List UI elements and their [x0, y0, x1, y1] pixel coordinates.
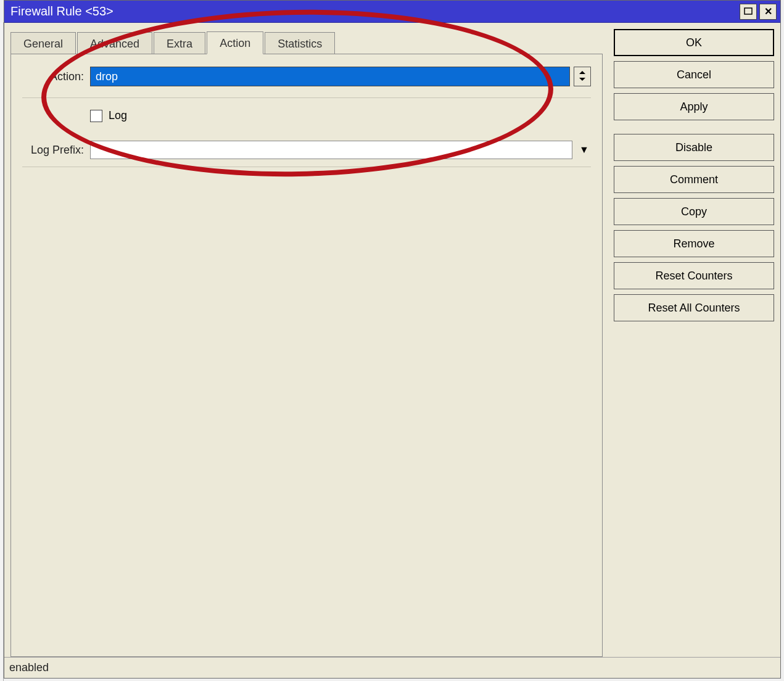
disable-button-label: Disable: [675, 141, 712, 154]
action-select[interactable]: drop: [90, 67, 570, 86]
svg-marker-2: [579, 78, 585, 81]
log-prefix-label: Log Prefix:: [22, 144, 90, 157]
apply-button[interactable]: Apply: [614, 93, 774, 120]
status-bar: enabled: [4, 657, 780, 678]
tab-general[interactable]: General: [10, 32, 76, 54]
body-top: General Advanced Extra Action Statistics…: [4, 23, 780, 657]
tab-action-label: Action: [220, 37, 250, 49]
tab-advanced-label: Advanced: [90, 38, 139, 50]
ok-button-label: OK: [686, 36, 702, 49]
action-select-value: drop: [96, 70, 118, 83]
action-select-button-group: [574, 67, 591, 86]
window-title: Firewall Rule <53>: [10, 4, 737, 19]
comment-button[interactable]: Comment: [614, 166, 774, 193]
remove-button-label: Remove: [673, 237, 714, 250]
cancel-button[interactable]: Cancel: [614, 61, 774, 88]
window-body: General Advanced Extra Action Statistics…: [4, 23, 780, 678]
side-button-column: OK Cancel Apply Disable Comment Copy Rem…: [614, 29, 774, 657]
action-label: Action:: [22, 70, 90, 83]
button-spacer: [614, 125, 774, 129]
titlebar: Firewall Rule <53> ✕: [4, 1, 780, 23]
log-prefix-expand[interactable]: ▼: [577, 144, 591, 155]
reset-counters-button[interactable]: Reset Counters: [614, 262, 774, 289]
cancel-button-label: Cancel: [677, 68, 711, 81]
reset-all-counters-button[interactable]: Reset All Counters: [614, 294, 774, 321]
copy-button[interactable]: Copy: [614, 198, 774, 225]
svg-marker-1: [579, 71, 585, 74]
tab-action[interactable]: Action: [207, 31, 263, 54]
window-close-button[interactable]: ✕: [759, 4, 777, 20]
chevron-down-icon: ▼: [579, 144, 589, 155]
tab-statistics[interactable]: Statistics: [265, 32, 335, 54]
main-panel: General Advanced Extra Action Statistics…: [10, 29, 603, 657]
apply-button-label: Apply: [680, 101, 708, 114]
close-icon: ✕: [764, 6, 772, 17]
tab-statistics-label: Statistics: [278, 38, 322, 50]
ok-button[interactable]: OK: [614, 29, 774, 56]
log-checkbox[interactable]: [90, 110, 102, 122]
log-prefix-input[interactable]: [90, 141, 572, 159]
copy-button-label: Copy: [681, 205, 707, 218]
remove-button[interactable]: Remove: [614, 230, 774, 257]
log-checkbox-row: Log: [90, 109, 591, 122]
window-restore-button[interactable]: [740, 4, 757, 20]
disable-button[interactable]: Disable: [614, 134, 774, 161]
tab-advanced[interactable]: Advanced: [77, 32, 152, 54]
action-row: Action: drop: [22, 67, 591, 98]
comment-button-label: Comment: [670, 173, 718, 186]
tab-strip: General Advanced Extra Action Statistics: [10, 29, 603, 54]
log-prefix-row: Log Prefix: ▼: [22, 141, 591, 163]
tab-extra[interactable]: Extra: [154, 32, 205, 54]
reset-counters-button-label: Reset Counters: [655, 270, 732, 283]
svg-rect-0: [745, 8, 752, 14]
tab-extra-label: Extra: [167, 38, 192, 50]
tab-general-label: General: [23, 38, 63, 50]
dialog-window: Firewall Rule <53> ✕ General Advanced Ex…: [4, 0, 781, 679]
reset-all-counters-button-label: Reset All Counters: [648, 302, 740, 315]
divider: [22, 167, 591, 167]
tab-content-action: Action: drop: [10, 54, 603, 657]
log-checkbox-label: Log: [109, 109, 127, 122]
status-text: enabled: [9, 661, 49, 674]
restore-icon: [744, 6, 753, 17]
action-select-arrow-button[interactable]: [574, 67, 591, 86]
dropdown-updown-icon: [579, 71, 586, 83]
